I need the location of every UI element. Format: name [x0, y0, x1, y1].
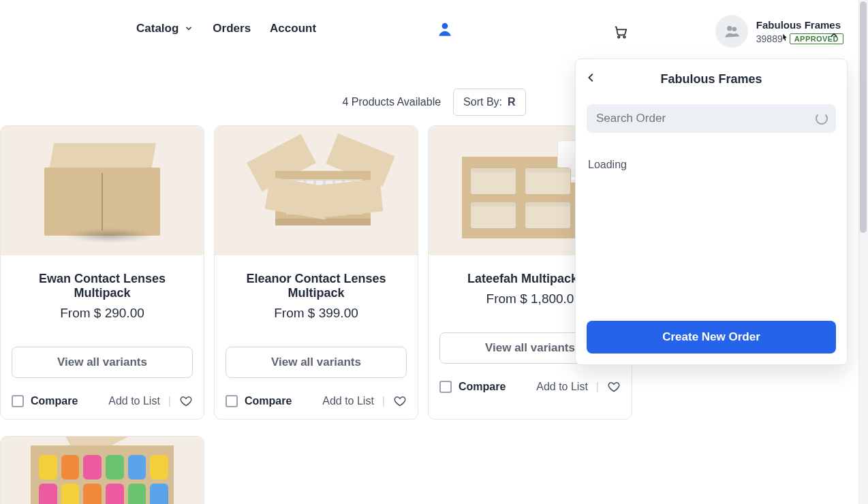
primary-nav: Catalog Orders Account [136, 22, 316, 35]
nav-catalog-label: Catalog [136, 22, 179, 35]
avatar [715, 15, 748, 48]
orders-panel-header: Fabulous Frames [576, 59, 847, 99]
loading-text: Loading [587, 133, 836, 321]
compare-checkbox[interactable] [439, 381, 452, 393]
separator: | [596, 381, 599, 393]
available-count: 4 Products Available [342, 96, 441, 108]
heart-icon[interactable] [179, 394, 193, 408]
back-icon[interactable] [585, 72, 600, 86]
product-illustration [44, 143, 160, 238]
chevron-down-icon [184, 24, 193, 33]
heart-icon[interactable] [393, 394, 407, 408]
create-new-order-button[interactable]: Create New Order [587, 321, 836, 353]
product-name: Eleanor Contact Lenses Multipack [223, 272, 409, 300]
loading-spinner-icon [816, 112, 828, 125]
separator: | [168, 395, 171, 407]
svg-point-0 [442, 23, 448, 29]
cart-icon[interactable] [613, 25, 628, 40]
product-price: From $ 399.00 [215, 306, 418, 321]
product-image [215, 126, 418, 255]
sort-value: R [508, 96, 516, 108]
scrollbar-track[interactable] [858, 0, 868, 504]
nav-orders-label: Orders [213, 22, 251, 35]
nav-account-label: Account [270, 22, 316, 35]
compare-checkbox[interactable] [12, 395, 24, 407]
heart-icon[interactable] [607, 380, 621, 394]
product-name: Ewan Contact Lenses Multipack [9, 272, 196, 300]
add-to-list-link[interactable]: Add to List [108, 395, 160, 407]
compare-label: Compare [245, 395, 292, 407]
svg-point-2 [623, 36, 625, 38]
svg-point-1 [618, 36, 620, 38]
view-variants-button[interactable]: View all variants [12, 347, 193, 378]
card-footer: Compare Add to List | [215, 394, 418, 419]
add-to-list-link[interactable]: Add to List [536, 381, 588, 393]
account-chip[interactable]: Fabulous Frames 39889 APPROVED [715, 15, 843, 48]
chevron-up-icon[interactable] [828, 30, 839, 41]
user-icon[interactable] [436, 20, 454, 38]
account-name: Fabulous Frames [756, 19, 843, 31]
add-to-list-link[interactable]: Add to List [322, 395, 374, 407]
product-card [0, 436, 204, 504]
nav-orders[interactable]: Orders [213, 22, 251, 35]
product-card: Ewan Contact Lenses Multipack From $ 290… [0, 125, 204, 420]
svg-point-4 [732, 27, 737, 32]
orders-panel-body: Loading Create New Order [576, 99, 847, 364]
product-card: Eleanor Contact Lenses Multipack From $ … [214, 125, 418, 420]
separator: | [382, 395, 385, 407]
product-illustration [24, 436, 181, 504]
orders-panel-title: Fabulous Frames [660, 72, 762, 86]
svg-point-3 [727, 26, 732, 31]
account-id: 39889 [756, 33, 783, 44]
compare-label: Compare [459, 381, 506, 393]
nav-catalog[interactable]: Catalog [136, 22, 193, 35]
nav-account[interactable]: Account [270, 22, 316, 35]
product-illustration [248, 140, 384, 242]
compare-label: Compare [31, 395, 78, 407]
orders-panel: Fabulous Frames Loading Create New Order [575, 59, 848, 365]
product-image [1, 126, 204, 255]
search-order[interactable] [587, 104, 836, 133]
search-order-input[interactable] [595, 111, 816, 126]
product-image [1, 437, 204, 504]
sort-select[interactable]: Sort By: R [453, 89, 525, 116]
compare-checkbox[interactable] [226, 395, 238, 407]
card-footer: Compare Add to List | [429, 380, 632, 405]
view-variants-button[interactable]: View all variants [226, 347, 407, 378]
product-grid-row-2 [0, 436, 868, 504]
sort-label: Sort By: [463, 96, 502, 108]
card-footer: Compare Add to List | [1, 394, 204, 419]
product-price: From $ 290.00 [1, 306, 204, 321]
header: Catalog Orders Account Fabulous Frames 3… [0, 0, 868, 57]
